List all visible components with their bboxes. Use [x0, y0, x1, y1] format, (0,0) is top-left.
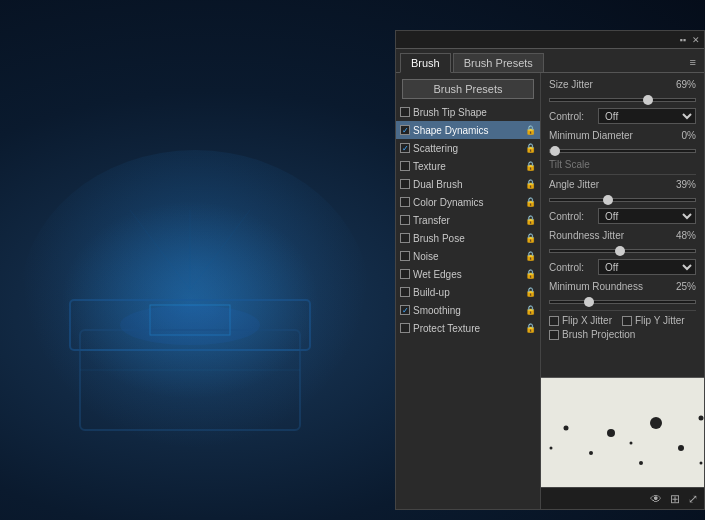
svg-point-12	[607, 429, 615, 437]
sidebar-item-color-dynamics[interactable]: Color Dynamics 🔒	[396, 193, 540, 211]
svg-point-16	[699, 416, 704, 421]
svg-point-9	[550, 447, 553, 450]
angle-jitter-slider[interactable]	[549, 198, 696, 202]
sidebar-item-protect-texture[interactable]: Protect Texture 🔒	[396, 319, 540, 337]
preview-dots-svg	[541, 378, 704, 487]
checkbox-dual-brush[interactable]	[400, 179, 410, 189]
size-control-dropdown[interactable]: Off Fade Pen Pressure Pen Tilt	[598, 108, 696, 124]
angle-jitter-label: Angle Jitter	[549, 179, 599, 190]
sidebar-item-brush-tip-shape[interactable]: Brush Tip Shape	[396, 103, 540, 121]
roundness-jitter-value: 48%	[666, 230, 696, 241]
tab-brush[interactable]: Brush	[400, 53, 451, 73]
grid-icon[interactable]: ⊞	[670, 492, 680, 506]
roundness-jitter-row: Roundness Jitter 48%	[549, 230, 696, 241]
sidebar-item-buildup[interactable]: Build-up 🔒	[396, 283, 540, 301]
lock-icon-transfer: 🔒	[525, 215, 536, 225]
svg-point-23	[700, 462, 703, 465]
angle-control-label: Control:	[549, 211, 594, 222]
svg-point-11	[589, 451, 593, 455]
sidebar-item-brush-pose[interactable]: Brush Pose 🔒	[396, 229, 540, 247]
chest-area	[30, 180, 350, 460]
svg-point-10	[564, 426, 569, 431]
sidebar-label-scattering: Scattering	[413, 143, 458, 154]
checkbox-shape-dynamics[interactable]: ✓	[400, 125, 410, 135]
checkbox-wet-edges[interactable]	[400, 269, 410, 279]
checkbox-texture[interactable]	[400, 161, 410, 171]
lock-icon-brush-pose: 🔒	[525, 233, 536, 243]
lock-icon-dual-brush: 🔒	[525, 179, 536, 189]
sidebar-label-color-dynamics: Color Dynamics	[413, 197, 484, 208]
svg-point-24	[639, 461, 643, 465]
sidebar-label-noise: Noise	[413, 251, 439, 262]
flip-row: Flip X Jitter Flip Y Jitter	[549, 315, 696, 326]
sidebar-item-scattering[interactable]: ✓ Scattering 🔒	[396, 139, 540, 157]
roundness-control-row: Control: Off Fade Pen Pressure Pen Tilt	[549, 259, 696, 275]
min-roundness-slider[interactable]	[549, 300, 696, 304]
angle-jitter-slider-container	[549, 192, 696, 204]
brush-projection-checkbox[interactable]	[549, 330, 559, 340]
size-jitter-slider[interactable]	[549, 98, 696, 102]
sidebar-item-transfer[interactable]: Transfer 🔒	[396, 211, 540, 229]
expand-icon[interactable]: ⤢	[688, 492, 698, 506]
panel-titlebar: ▪▪ ✕	[396, 31, 704, 49]
checkbox-brush-pose[interactable]	[400, 233, 410, 243]
checkbox-transfer[interactable]	[400, 215, 410, 225]
brush-presets-button[interactable]: Brush Presets	[402, 79, 534, 99]
sidebar-item-wet-edges[interactable]: Wet Edges 🔒	[396, 265, 540, 283]
sidebar-label-shape-dynamics: Shape Dynamics	[413, 125, 489, 136]
divider-2	[549, 310, 696, 311]
brush-preview	[541, 377, 704, 487]
sidebar-label-brush-pose: Brush Pose	[413, 233, 465, 244]
size-jitter-label: Size Jitter	[549, 79, 593, 90]
close-icon[interactable]: ✕	[692, 35, 700, 45]
sidebar-item-dual-brush[interactable]: Dual Brush 🔒	[396, 175, 540, 193]
min-roundness-slider-container	[549, 294, 696, 306]
tilt-scale-label: Tilt Scale	[549, 159, 590, 170]
min-diameter-value: 0%	[666, 130, 696, 141]
bottom-toolbar: 👁 ⊞ ⤢	[541, 487, 704, 509]
sidebar-item-texture[interactable]: Texture 🔒	[396, 157, 540, 175]
size-jitter-value: 69%	[666, 79, 696, 90]
min-roundness-value: 25%	[666, 281, 696, 292]
checkbox-brush-tip-shape[interactable]	[400, 107, 410, 117]
roundness-jitter-label: Roundness Jitter	[549, 230, 624, 241]
angle-control-dropdown[interactable]: Off Fade Pen Pressure Pen Tilt Initial D…	[598, 208, 696, 224]
right-content: Size Jitter 69% Control: Off Fade Pen Pr…	[541, 73, 704, 509]
tilt-scale-row: Tilt Scale	[549, 159, 696, 170]
flip-y-checkbox[interactable]	[622, 316, 632, 326]
checkbox-buildup[interactable]	[400, 287, 410, 297]
panel-body: Brush Presets Brush Tip Shape ✓ Shape Dy…	[396, 73, 704, 509]
angle-jitter-value: 39%	[666, 179, 696, 190]
lock-icon-scattering: 🔒	[525, 143, 536, 153]
svg-line-6	[130, 210, 190, 290]
eye-icon[interactable]: 👁	[650, 492, 662, 506]
roundness-control-dropdown[interactable]: Off Fade Pen Pressure Pen Tilt	[598, 259, 696, 275]
panel-menu-icon[interactable]: ≡	[686, 53, 700, 72]
tab-brush-presets[interactable]: Brush Presets	[453, 53, 544, 72]
lock-icon-buildup: 🔒	[525, 287, 536, 297]
svg-point-13	[630, 442, 633, 445]
checkbox-color-dynamics[interactable]	[400, 197, 410, 207]
angle-control-row: Control: Off Fade Pen Pressure Pen Tilt …	[549, 208, 696, 224]
flip-x-checkbox[interactable]	[549, 316, 559, 326]
size-jitter-slider-container	[549, 92, 696, 104]
checkbox-protect-texture[interactable]	[400, 323, 410, 333]
roundness-control-label: Control:	[549, 262, 594, 273]
min-roundness-label: Minimum Roundness	[549, 281, 643, 292]
checkbox-smoothing[interactable]: ✓	[400, 305, 410, 315]
collapse-icon[interactable]: ▪▪	[680, 35, 686, 45]
sidebar-item-shape-dynamics[interactable]: ✓ Shape Dynamics 🔒	[396, 121, 540, 139]
checkbox-scattering[interactable]: ✓	[400, 143, 410, 153]
angle-jitter-row: Angle Jitter 39%	[549, 179, 696, 190]
roundness-jitter-slider[interactable]	[549, 249, 696, 253]
sidebar-item-smoothing[interactable]: ✓ Smoothing 🔒	[396, 301, 540, 319]
min-diameter-slider[interactable]	[549, 149, 696, 153]
svg-point-14	[650, 417, 662, 429]
min-diameter-label: Minimum Diameter	[549, 130, 633, 141]
svg-point-5	[120, 305, 260, 345]
svg-point-15	[678, 445, 684, 451]
checkbox-noise[interactable]	[400, 251, 410, 261]
sidebar-item-noise[interactable]: Noise 🔒	[396, 247, 540, 265]
sidebar-label-dual-brush: Dual Brush	[413, 179, 462, 190]
flip-x-item: Flip X Jitter	[549, 315, 612, 326]
